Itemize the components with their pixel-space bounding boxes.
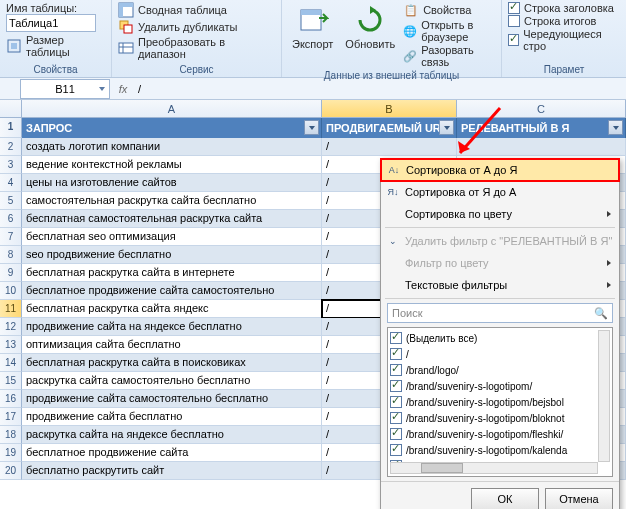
row-header[interactable]: 14 [0, 354, 22, 372]
formula-value[interactable]: / [134, 83, 626, 95]
row-header[interactable]: 18 [0, 426, 22, 444]
row-header[interactable]: 12 [0, 318, 22, 336]
row-header[interactable]: 7 [0, 228, 22, 246]
export-button[interactable]: Экспорт [288, 2, 337, 69]
table-header-zapros[interactable]: ЗАПРОС [22, 118, 322, 138]
filter-buttons: ОК Отмена [381, 481, 619, 509]
refresh-button[interactable]: Обновить [341, 2, 399, 69]
table-header-relevant[interactable]: РЕЛЕВАНТНЫЙ В Я [457, 118, 626, 138]
table-name-label: Имя таблицы: [6, 2, 105, 14]
cell-zapros[interactable]: бесплатное продвижение сайта [22, 444, 322, 462]
cell-url[interactable]: / [322, 138, 457, 156]
col-header-C[interactable]: C [457, 100, 626, 117]
checkbox-icon [508, 34, 519, 46]
remove-dups-button[interactable]: Удалить дубликаты [118, 19, 275, 35]
select-all-corner[interactable] [0, 100, 22, 117]
cell-zapros[interactable]: продвижение сайта на яндексе бесплатно [22, 318, 322, 336]
filter-item[interactable]: /brand/suveniry-s-logotipom/ [390, 378, 610, 394]
resize-icon [6, 38, 22, 54]
row-header[interactable]: 1 [0, 118, 22, 138]
cell-zapros[interactable]: бесплатная раскрутка сайта яндекс [22, 300, 322, 318]
filter-drop-icon[interactable] [608, 120, 623, 135]
convert-icon [118, 40, 134, 56]
cell-zapros[interactable]: раскрутка сайта самостоятельно бесплатно [22, 372, 322, 390]
convert-range-button[interactable]: Преобразовать в диапазон [118, 36, 275, 60]
clear-filter: ⌄Удалить фильтр с "РЕЛЕВАНТНЫЙ В Я" [381, 230, 619, 252]
col-header-A[interactable]: A [22, 100, 322, 117]
filter-values-list[interactable]: (Выделить все) //brand/logo//brand/suven… [387, 327, 613, 477]
cell-zapros[interactable]: бесплатно раскрутить сайт [22, 462, 322, 480]
cell-zapros[interactable]: раскрутка сайта на яндексе бесплатно [22, 426, 322, 444]
sort-by-color[interactable]: Сортировка по цвету [381, 203, 619, 225]
cell-zapros[interactable]: бесплатная seo оптимизация [22, 228, 322, 246]
ribbon-group-external: Данные из внешней таблицы [288, 69, 495, 83]
row-header[interactable]: 11 [0, 300, 22, 318]
cell-relevant[interactable] [457, 138, 626, 156]
pivot-icon [118, 2, 134, 18]
row-header[interactable]: 13 [0, 336, 22, 354]
scrollbar-vertical[interactable] [598, 330, 610, 462]
cell-zapros[interactable]: бесплатное продвижение сайта самостоятел… [22, 282, 322, 300]
cell-zapros[interactable]: seo продвижение бесплатно [22, 246, 322, 264]
row-header[interactable]: 15 [0, 372, 22, 390]
row-header[interactable]: 20 [0, 462, 22, 480]
filter-drop-icon[interactable] [439, 120, 454, 135]
cell-zapros[interactable]: продвижение сайта самостоятельно бесплат… [22, 390, 322, 408]
scrollbar-horizontal[interactable] [390, 462, 598, 474]
row-header[interactable]: 9 [0, 264, 22, 282]
sort-za[interactable]: Я↓Сортировка от Я до А [381, 181, 619, 203]
row-header[interactable]: 3 [0, 156, 22, 174]
filter-drop-icon[interactable] [304, 120, 319, 135]
filter-item[interactable]: /brand/logo/ [390, 362, 610, 378]
filter-item-select-all[interactable]: (Выделить все) [390, 330, 610, 346]
row-header[interactable]: 10 [0, 282, 22, 300]
svg-rect-4 [119, 3, 123, 17]
resize-table-button[interactable]: Размер таблицы [6, 34, 105, 58]
sort-az[interactable]: A↓Сортировка от А до Я [380, 158, 620, 182]
cell-zapros[interactable]: ведение контекстной рекламы [22, 156, 322, 174]
submenu-arrow-icon [607, 211, 611, 217]
column-headers: A B C [0, 100, 626, 118]
cell-zapros[interactable]: оптимизация сайта бесплатно [22, 336, 322, 354]
row-header[interactable]: 2 [0, 138, 22, 156]
row-header[interactable]: 16 [0, 390, 22, 408]
row-header[interactable]: 5 [0, 192, 22, 210]
cell-zapros[interactable]: продвижение сайта бесплатно [22, 408, 322, 426]
filter-item[interactable]: /brand/suveniry-s-logotipom/bejsbol [390, 394, 610, 410]
sort-za-icon: Я↓ [385, 184, 401, 200]
table-name-input[interactable] [6, 14, 96, 32]
filter-item[interactable]: /brand/suveniry-s-logotipom/bloknot [390, 410, 610, 426]
cell-zapros[interactable]: цены на изготовление сайтов [22, 174, 322, 192]
submenu-arrow-icon [607, 282, 611, 288]
text-filters[interactable]: Текстовые фильтры [381, 274, 619, 296]
filter-item[interactable]: / [390, 346, 610, 362]
unlink-button: 🔗Разорвать связь [403, 44, 495, 68]
row-header[interactable]: 4 [0, 174, 22, 192]
row-header[interactable]: 8 [0, 246, 22, 264]
pivot-table-button[interactable]: Сводная таблица [118, 2, 275, 18]
filter-search[interactable]: Поиск🔍 [387, 303, 613, 323]
filter-item[interactable]: /brand/suveniry-s-logotipom/kalenda [390, 442, 610, 458]
name-box[interactable]: B11 [20, 79, 110, 99]
row-header[interactable]: 17 [0, 408, 22, 426]
checkbox-icon [390, 380, 402, 392]
cancel-button[interactable]: Отмена [545, 488, 613, 509]
fx-icon[interactable]: fx [112, 83, 134, 95]
col-header-B[interactable]: B [322, 100, 457, 117]
open-browser-button: 🌐Открыть в браузере [403, 19, 495, 43]
cell-zapros[interactable]: бесплатная раскрутка сайта в поисковиках [22, 354, 322, 372]
submenu-arrow-icon [607, 260, 611, 266]
filter-item[interactable]: /brand/suveniry-s-logotipom/fleshki/ [390, 426, 610, 442]
table-header-url[interactable]: ПРОДВИГАЕМЫЙ URL [322, 118, 457, 138]
cell-zapros[interactable]: самостоятельная раскрутка сайта бесплатн… [22, 192, 322, 210]
cell-zapros[interactable]: бесплатная раскрутка сайта в интернете [22, 264, 322, 282]
banded-rows-check[interactable]: Чередующиеся стро [508, 28, 620, 52]
checkbox-icon [390, 364, 402, 376]
header-row-check[interactable]: Строка заголовка [508, 2, 620, 14]
cell-zapros[interactable]: создать логотип компании [22, 138, 322, 156]
cell-zapros[interactable]: бесплатная самостоятельная раскрутка сай… [22, 210, 322, 228]
row-header[interactable]: 6 [0, 210, 22, 228]
totals-row-check[interactable]: Строка итогов [508, 15, 620, 27]
ok-button[interactable]: ОК [471, 488, 539, 509]
row-header[interactable]: 19 [0, 444, 22, 462]
